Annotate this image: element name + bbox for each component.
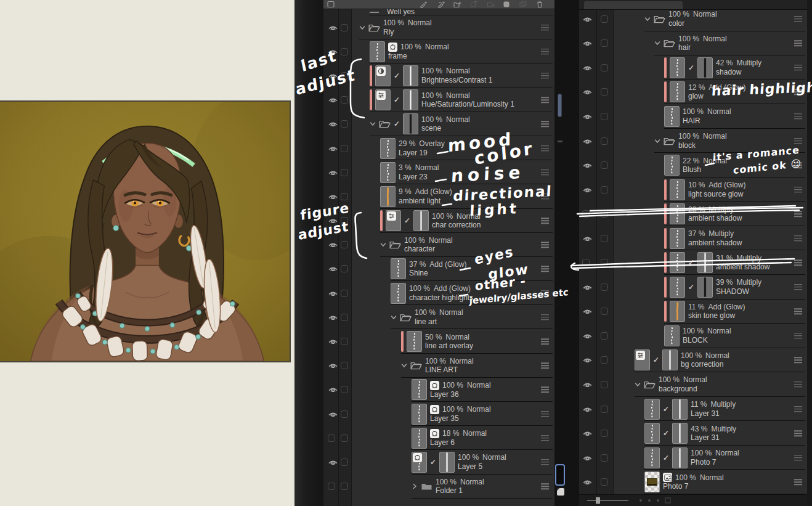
layer-thumbnail[interactable] bbox=[386, 210, 401, 231]
visibility-eye-icon[interactable] bbox=[582, 308, 593, 315]
layer-menu-icon[interactable] bbox=[794, 406, 802, 412]
panel-icon[interactable] bbox=[327, 1, 336, 8]
layer-thumbnail[interactable] bbox=[664, 325, 680, 346]
visibility-eye-icon[interactable] bbox=[328, 314, 338, 321]
visibility-eye-icon[interactable] bbox=[582, 454, 593, 462]
layer-row[interactable]: 9 %Add (Glow)ambient light bbox=[323, 184, 554, 208]
layer-thumbnail[interactable] bbox=[672, 447, 688, 468]
layer-menu-icon[interactable] bbox=[794, 382, 802, 388]
layer-checkbox[interactable] bbox=[601, 113, 608, 120]
layer-thumbnail[interactable] bbox=[412, 452, 427, 473]
layer-checkbox[interactable] bbox=[341, 72, 348, 80]
layer-folder-row[interactable]: 100 %Normalcharacter bbox=[323, 233, 554, 257]
visibility-eye-icon[interactable] bbox=[582, 478, 593, 486]
layer-menu-icon[interactable] bbox=[541, 73, 549, 79]
visibility-eye-icon[interactable] bbox=[328, 169, 338, 176]
layer-menu-icon[interactable] bbox=[794, 211, 802, 217]
layer-folder-row[interactable]: 100 %Normalhair bbox=[579, 31, 807, 56]
chevron-down-icon[interactable] bbox=[370, 121, 376, 127]
layer-thumbnail[interactable] bbox=[380, 138, 396, 159]
layer-checkbox[interactable] bbox=[601, 259, 608, 266]
visibility-eye-icon[interactable] bbox=[582, 332, 593, 340]
layer-checkbox[interactable] bbox=[341, 362, 348, 369]
layer-thumbnail[interactable] bbox=[375, 89, 391, 110]
layer-menu-icon[interactable] bbox=[541, 314, 549, 320]
layer-thumbnail[interactable] bbox=[644, 399, 660, 420]
visibility-eye-icon[interactable] bbox=[582, 406, 593, 413]
layer-thumbnail[interactable] bbox=[697, 57, 713, 78]
layer-thumbnail[interactable] bbox=[380, 186, 396, 207]
layer-checkbox[interactable] bbox=[601, 137, 608, 145]
visibility-eye-icon[interactable] bbox=[328, 24, 338, 31]
visibility-eye-icon[interactable] bbox=[328, 96, 338, 104]
layer-menu-icon[interactable] bbox=[794, 309, 802, 315]
visibility-eye-icon[interactable] bbox=[328, 410, 338, 418]
layer-row[interactable]: ✓100 %Normalchar correction bbox=[323, 209, 554, 233]
layer-menu-icon[interactable] bbox=[541, 411, 549, 417]
layer-menu-icon[interactable] bbox=[541, 97, 549, 103]
chevron-down-icon[interactable] bbox=[644, 16, 651, 22]
layer-checkbox[interactable] bbox=[601, 39, 608, 47]
layer-menu-icon[interactable] bbox=[541, 338, 549, 345]
visibility-eye-icon[interactable] bbox=[328, 72, 338, 80]
mask-link-check-icon[interactable]: ✓ bbox=[394, 71, 400, 80]
layer-thumbnail[interactable] bbox=[644, 471, 660, 492]
layer-row[interactable]: ✓43 %MultiplyLayer 31 bbox=[579, 421, 807, 446]
layer-checkbox[interactable] bbox=[341, 120, 348, 128]
new-folder-icon[interactable] bbox=[453, 1, 462, 8]
mask-link-check-icon[interactable]: ✓ bbox=[688, 258, 694, 267]
layer-row[interactable]: ✓100 %NormalBrightness/Contrast 1 bbox=[323, 63, 554, 88]
layer-menu-icon[interactable] bbox=[541, 194, 549, 200]
layer-row[interactable]: 100 %NormalHAIR bbox=[579, 104, 807, 129]
layer-row[interactable]: 100 %Normalframe bbox=[323, 39, 554, 63]
layer-menu-icon[interactable] bbox=[541, 25, 549, 31]
vertical-scrollbar[interactable] bbox=[558, 94, 562, 117]
layer-row[interactable]: ✓100 %NormalPhoto 7 bbox=[579, 446, 807, 470]
chevron-down-icon[interactable] bbox=[654, 138, 660, 144]
layer-thumbnail[interactable] bbox=[670, 301, 685, 322]
layer-menu-icon[interactable] bbox=[794, 455, 802, 461]
chevron-down-icon[interactable] bbox=[359, 25, 365, 31]
layer-thumbnail[interactable] bbox=[403, 113, 418, 134]
layer-checkbox[interactable] bbox=[341, 96, 348, 104]
visibility-eye-icon[interactable] bbox=[328, 217, 338, 224]
layer-menu-icon[interactable] bbox=[794, 430, 802, 436]
layer-folder-row[interactable]: 100 %Normalblock bbox=[579, 129, 807, 153]
layer-row[interactable]: 100 %Add (Glow)character highlights bbox=[323, 281, 554, 305]
visibility-hidden-box[interactable] bbox=[582, 259, 590, 266]
layer-checkbox[interactable] bbox=[601, 235, 608, 242]
layer-thumbnail[interactable] bbox=[375, 65, 391, 86]
layer-checkbox[interactable] bbox=[341, 435, 348, 442]
layer-row[interactable]: 50 %Normalline art overlay bbox=[323, 329, 554, 353]
layer-menu-icon[interactable] bbox=[541, 362, 549, 369]
new-vector-layer-icon[interactable] bbox=[437, 1, 446, 8]
layer-checkbox[interactable] bbox=[601, 161, 608, 169]
visibility-hidden-box[interactable] bbox=[328, 435, 335, 442]
layer-checkbox[interactable] bbox=[341, 338, 348, 345]
mask-link-check-icon[interactable]: ✓ bbox=[394, 120, 400, 128]
layer-row[interactable]: ✓100 %NormalLayer 5 bbox=[323, 450, 554, 474]
layer-folder-row[interactable]: 100 %Normalcolor bbox=[579, 7, 807, 31]
layer-menu-icon[interactable] bbox=[794, 333, 802, 339]
visibility-eye-icon[interactable] bbox=[328, 386, 338, 393]
chevron-down-icon[interactable] bbox=[391, 314, 397, 320]
layer-row[interactable]: ✓11 %MultiplyLayer 31 bbox=[579, 397, 807, 422]
visibility-eye-icon[interactable] bbox=[328, 241, 338, 248]
canvas-artwork[interactable] bbox=[0, 100, 291, 362]
layer-checkbox[interactable] bbox=[601, 478, 608, 486]
visibility-eye-icon[interactable] bbox=[328, 145, 338, 152]
layer-checkbox[interactable] bbox=[341, 459, 348, 466]
layer-menu-icon[interactable] bbox=[794, 89, 802, 96]
layer-menu-icon[interactable] bbox=[541, 218, 549, 224]
visibility-eye-icon[interactable] bbox=[582, 15, 593, 23]
visibility-eye-icon[interactable] bbox=[328, 48, 338, 55]
layer-folder-row[interactable]: 100 %Normalbackground bbox=[579, 372, 807, 397]
layer-row[interactable]: 3 %NormalLayer 23 bbox=[323, 160, 554, 184]
layer-thumbnail[interactable] bbox=[403, 89, 418, 110]
layer-menu-icon[interactable] bbox=[541, 290, 549, 296]
layer-thumbnail[interactable] bbox=[391, 258, 406, 279]
layer-menu-icon[interactable] bbox=[541, 145, 549, 152]
layer-checkbox[interactable] bbox=[601, 308, 608, 315]
layer-thumbnail[interactable] bbox=[670, 277, 685, 298]
layer-thumbnail[interactable] bbox=[413, 210, 429, 231]
